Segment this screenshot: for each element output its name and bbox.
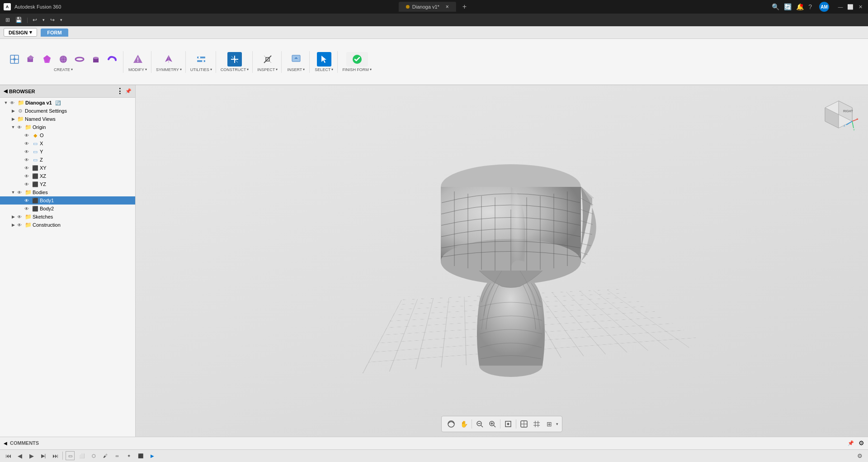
- vis-xz[interactable]: 👁: [24, 174, 31, 179]
- symmetry-btn[interactable]: [161, 52, 176, 67]
- maximize-btn[interactable]: ⬜: [846, 4, 854, 10]
- view-cube[interactable]: RIGHT X Y Z: [818, 94, 859, 135]
- pan-btn[interactable]: ✋: [458, 418, 470, 430]
- play-first-btn[interactable]: ⏮: [4, 451, 13, 460]
- browser-options-btn[interactable]: ⋮: [116, 87, 123, 95]
- vis-x[interactable]: 👁: [24, 141, 31, 146]
- vis-body1[interactable]: 👁: [24, 198, 31, 203]
- extra-tool-btn[interactable]: ▶: [148, 451, 157, 460]
- modify-btn[interactable]: [131, 52, 145, 67]
- torus-btn[interactable]: [72, 52, 87, 67]
- layout-arrow[interactable]: ▾: [556, 422, 558, 426]
- tree-item-body1[interactable]: 👁 ⬛ Body1: [0, 196, 135, 205]
- vis-body2[interactable]: 👁: [24, 206, 31, 211]
- refresh-dianoga[interactable]: 🔄: [55, 100, 61, 105]
- select-tool-btn[interactable]: ▭: [66, 451, 75, 460]
- undo-btn[interactable]: ↩: [31, 16, 39, 24]
- document-tab[interactable]: Dianoga v1* ×: [399, 2, 456, 12]
- comments-collapse-btn[interactable]: ◀: [4, 441, 7, 446]
- smart-select-btn[interactable]: ✦: [124, 451, 133, 460]
- tree-item-sketches[interactable]: ▶ 👁 📁 Sketches: [0, 213, 135, 221]
- tree-item-doc-settings[interactable]: ▶ ⚙ Document Settings: [0, 107, 135, 115]
- gem-btn[interactable]: [40, 52, 54, 67]
- svg-point-17: [137, 61, 138, 62]
- vis-dianoga[interactable]: 👁: [10, 100, 16, 105]
- search-online-btn[interactable]: 🔍: [772, 3, 779, 10]
- notification-btn[interactable]: 🔔: [796, 3, 804, 10]
- sync-btn[interactable]: 🔄: [784, 3, 792, 10]
- form-tab[interactable]: FORM: [41, 29, 68, 37]
- vis-sketches[interactable]: 👁: [17, 214, 24, 219]
- insert-btn[interactable]: [289, 52, 303, 67]
- tree-item-body2[interactable]: 👁 ⬛ Body2: [0, 205, 135, 213]
- vis-bodies[interactable]: 👁: [17, 190, 24, 195]
- tree-item-origin[interactable]: ▼ 👁 📁 Origin: [0, 123, 135, 131]
- utilities-btn[interactable]: [194, 52, 208, 67]
- tree-item-bodies[interactable]: ▼ 👁 📁 Bodies: [0, 188, 135, 196]
- tree-item-x[interactable]: 👁 ▭ X: [0, 139, 135, 148]
- undo-arrow-btn[interactable]: ▾: [41, 17, 47, 23]
- paint-select-btn[interactable]: 🖌: [101, 451, 110, 460]
- vis-y[interactable]: 👁: [24, 149, 31, 154]
- play-btn[interactable]: ▶: [27, 451, 36, 460]
- inspect-btn[interactable]: [260, 52, 275, 67]
- pipe-btn[interactable]: [105, 52, 119, 67]
- grid-menu-btn[interactable]: ⊞: [4, 16, 12, 24]
- vis-yz[interactable]: 👁: [24, 182, 31, 187]
- finish-form-btn[interactable]: [346, 52, 368, 67]
- viewport[interactable]: RIGHT X Y Z ✋: [136, 85, 868, 437]
- box-btn[interactable]: [24, 52, 38, 67]
- free-select-btn[interactable]: ⬡: [89, 451, 98, 460]
- play-last-btn[interactable]: ⏭: [51, 451, 60, 460]
- tree-item-xz[interactable]: 👁 ⬛ XZ: [0, 172, 135, 180]
- vis-z[interactable]: 👁: [24, 157, 31, 162]
- minimize-btn[interactable]: —: [836, 4, 844, 10]
- tree-item-construction[interactable]: ▶ 👁 📁 Construction: [0, 221, 135, 229]
- play-next-btn[interactable]: ▶|: [39, 451, 48, 460]
- create-edge-face-btn[interactable]: [7, 52, 22, 67]
- rect-select-btn[interactable]: ⬜: [77, 451, 86, 460]
- display-mode-btn[interactable]: [518, 418, 530, 430]
- vis-construction[interactable]: 👁: [17, 223, 24, 228]
- tree-item-yz[interactable]: 👁 ⬛ YZ: [0, 180, 135, 188]
- comments-settings-btn[interactable]: ⚙: [859, 439, 864, 447]
- orbit-btn[interactable]: [445, 418, 457, 430]
- tree-item-z[interactable]: 👁 ▭ Z: [0, 156, 135, 164]
- design-mode-btn[interactable]: DESIGN ▾: [4, 28, 37, 37]
- play-prev-btn[interactable]: ◀: [15, 451, 24, 460]
- browser-collapse-btn[interactable]: ◀: [4, 88, 7, 94]
- tree-item-o[interactable]: 👁 ◆ O: [0, 131, 135, 139]
- tree-item-xy[interactable]: 👁 ⬛ XY: [0, 164, 135, 172]
- construct-btn[interactable]: [227, 52, 242, 67]
- timeline-settings-btn[interactable]: ⚙: [855, 451, 864, 460]
- close-btn[interactable]: ✕: [856, 4, 864, 10]
- select-btn[interactable]: [317, 52, 331, 67]
- browser-pin-btn[interactable]: 📌: [125, 88, 132, 94]
- zoom-out-btn[interactable]: [474, 418, 486, 430]
- new-tab-btn[interactable]: +: [460, 3, 469, 11]
- zoom-fit-btn[interactable]: [502, 418, 514, 430]
- icon-dianoga: 📁: [18, 100, 24, 106]
- icon-sketches: 📁: [25, 214, 31, 220]
- tree-item-y[interactable]: 👁 ▭ Y: [0, 148, 135, 156]
- tree-item-dianoga[interactable]: ▼ 👁 📁 Dianoga v1 🔄: [0, 99, 135, 107]
- loop-select-btn[interactable]: ∞: [113, 451, 122, 460]
- help-btn[interactable]: ?: [808, 3, 812, 10]
- save-btn[interactable]: 💾: [14, 16, 24, 24]
- zoom-in-btn[interactable]: [486, 418, 498, 430]
- grid-btn[interactable]: [531, 418, 542, 430]
- cylinder-btn[interactable]: [89, 52, 103, 67]
- modify-icons: [131, 52, 145, 67]
- layout-btn[interactable]: ⊞: [543, 418, 555, 430]
- comments-pin-btn[interactable]: 📌: [848, 440, 854, 446]
- invert-select-btn[interactable]: ⬛: [136, 451, 145, 460]
- tab-close[interactable]: ×: [446, 4, 449, 10]
- user-avatar[interactable]: AM: [819, 2, 829, 12]
- vis-xy[interactable]: 👁: [24, 166, 31, 171]
- redo-btn[interactable]: ↪: [48, 16, 57, 24]
- sphere-btn[interactable]: [56, 52, 71, 67]
- vis-origin[interactable]: 👁: [17, 125, 24, 130]
- vis-o[interactable]: 👁: [24, 133, 31, 138]
- redo-arrow-btn[interactable]: ▾: [58, 17, 64, 23]
- tree-item-named-views[interactable]: ▶ 📁 Named Views: [0, 115, 135, 123]
